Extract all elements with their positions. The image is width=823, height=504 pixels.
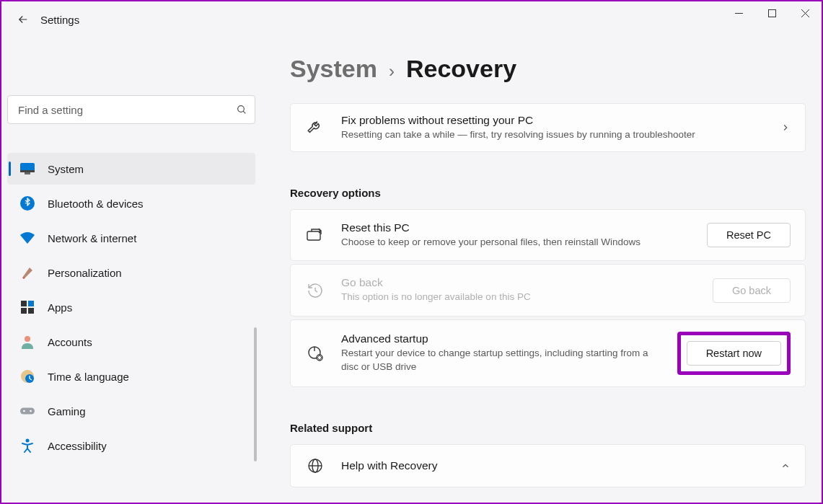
card-subtitle: Restart your device to change startup se…: [341, 347, 659, 373]
sidebar-item-network[interactable]: Network & internet: [7, 222, 255, 254]
advanced-startup-card: Advanced startup Restart your device to …: [290, 319, 806, 387]
section-heading-recovery: Recovery options: [290, 187, 806, 199]
restart-now-button[interactable]: Restart now: [687, 341, 781, 366]
clock-globe-icon: [20, 369, 35, 384]
paintbrush-icon: [20, 265, 35, 280]
minimize-icon: [735, 9, 743, 17]
help-recovery-card[interactable]: Help with Recovery: [290, 444, 806, 487]
wifi-icon: [20, 231, 35, 245]
maximize-button[interactable]: [755, 1, 788, 25]
sidebar-item-label: Time & language: [48, 371, 129, 383]
chevron-right-icon: [780, 123, 791, 133]
svg-rect-1: [768, 9, 775, 17]
back-arrow-icon: [17, 13, 30, 26]
svg-rect-12: [21, 308, 27, 314]
card-subtitle: Choose to keep or remove your personal f…: [341, 236, 644, 249]
sidebar-item-label: Gaming: [48, 405, 86, 417]
accessibility-icon: [20, 438, 35, 453]
svg-point-20: [26, 439, 30, 443]
svg-rect-7: [20, 170, 35, 172]
bluetooth-icon: [20, 196, 35, 211]
sidebar-item-label: Personalization: [48, 267, 122, 279]
svg-rect-17: [20, 407, 35, 414]
card-title: Go back: [341, 276, 697, 289]
svg-rect-11: [28, 301, 34, 306]
svg-rect-10: [21, 301, 27, 306]
highlight-box: Restart now: [677, 332, 791, 375]
card-title: Help with Recovery: [341, 459, 765, 472]
sidebar-item-label: Bluetooth & devices: [48, 198, 144, 210]
sidebar-item-label: Network & internet: [48, 232, 136, 244]
chevron-up-icon: [780, 461, 791, 471]
svg-point-14: [25, 336, 30, 342]
card-title: Reset this PC: [341, 221, 691, 234]
search-input[interactable]: [18, 104, 236, 116]
card-subtitle: This option is no longer available on th…: [341, 291, 697, 304]
wrench-icon: [305, 118, 325, 138]
reset-icon: [305, 225, 325, 245]
troubleshooter-card[interactable]: Fix problems without resetting your PC R…: [290, 103, 806, 152]
power-gear-icon: [305, 343, 325, 363]
sidebar-item-accessibility[interactable]: Accessibility: [7, 430, 255, 461]
minimize-button[interactable]: [722, 1, 755, 25]
apps-icon: [20, 300, 35, 314]
section-heading-related: Related support: [290, 422, 806, 434]
svg-rect-13: [28, 308, 34, 314]
close-button[interactable]: [788, 1, 822, 25]
breadcrumb: System › Recovery: [290, 55, 806, 83]
svg-point-18: [23, 410, 25, 412]
back-button[interactable]: [10, 6, 36, 32]
sidebar-item-accounts[interactable]: Accounts: [7, 326, 255, 358]
svg-rect-8: [25, 172, 30, 174]
gaming-icon: [20, 404, 35, 418]
breadcrumb-parent[interactable]: System: [290, 55, 377, 83]
page-title: Recovery: [406, 55, 516, 83]
sidebar-item-system[interactable]: System: [7, 153, 255, 185]
card-title: Advanced startup: [341, 332, 661, 345]
sidebar-item-label: System: [48, 163, 84, 175]
history-icon: [305, 280, 325, 301]
sidebar-item-label: Accounts: [48, 336, 92, 348]
app-title: Settings: [40, 14, 79, 26]
sidebar-item-bluetooth[interactable]: Bluetooth & devices: [7, 187, 255, 219]
go-back-card: Go back This option is no longer availab…: [290, 264, 806, 316]
svg-point-4: [238, 106, 245, 112]
system-icon: [20, 162, 35, 176]
reset-pc-card: Reset this PC Choose to keep or remove y…: [290, 209, 806, 261]
reset-pc-button[interactable]: Reset PC: [707, 223, 791, 247]
sidebar-item-label: Accessibility: [48, 440, 107, 452]
sidebar-item-label: Apps: [48, 301, 72, 314]
search-box[interactable]: [7, 95, 255, 124]
svg-rect-21: [307, 231, 320, 240]
svg-line-5: [243, 111, 245, 113]
sidebar-scrollbar[interactable]: [254, 327, 257, 461]
card-subtitle: Resetting can take a while — first, try …: [341, 128, 765, 141]
close-icon: [801, 9, 809, 17]
chevron-right-icon: ›: [389, 61, 395, 81]
sidebar-item-personalization[interactable]: Personalization: [7, 257, 255, 288]
card-title: Fix problems without resetting your PC: [341, 114, 765, 127]
accounts-icon: [20, 335, 35, 349]
search-icon: [236, 104, 247, 115]
sidebar-item-time-language[interactable]: Time & language: [7, 361, 255, 392]
maximize-icon: [768, 9, 776, 17]
globe-icon: [305, 456, 325, 476]
go-back-button: Go back: [713, 278, 791, 303]
svg-point-19: [30, 410, 32, 412]
sidebar-item-gaming[interactable]: Gaming: [7, 395, 255, 427]
sidebar-item-apps[interactable]: Apps: [7, 291, 255, 323]
